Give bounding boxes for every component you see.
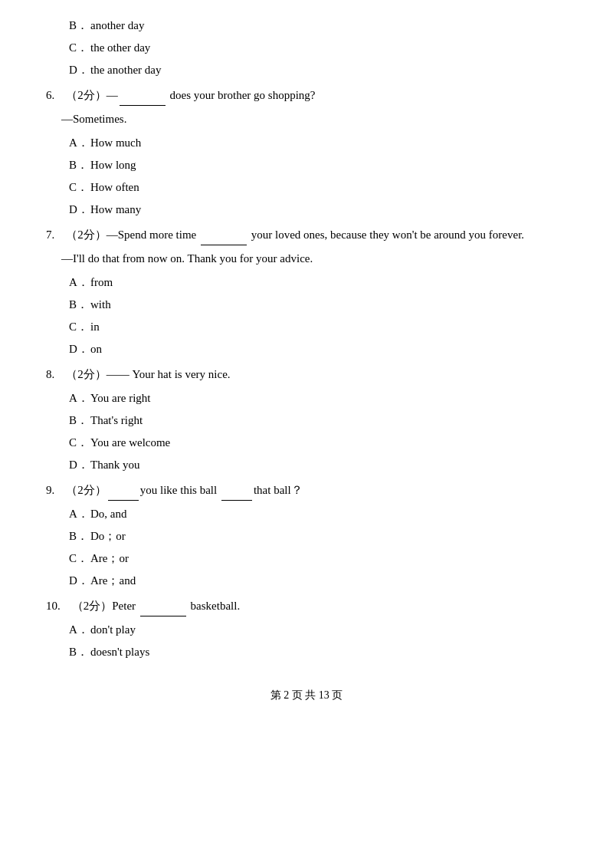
option-letter: D． [69,570,90,591]
q6-blank [120,94,166,106]
page-footer: 第 2 页 共 13 页 [46,686,567,705]
q9-blank2 [221,489,252,501]
q10-stem-text: 10. （2分）Peter basketball. [46,600,240,612]
q8-option-d: D． Thank you [69,455,567,475]
question-10-stem: 10. （2分）Peter basketball. [46,596,567,616]
q8-stem-text: 8. （2分）—— Your hat is very nice. [46,368,231,380]
option-text: the other day [90,38,150,58]
question-6-block: 6. （2分）— does your brother go shopping? … [46,85,567,220]
page-number-text: 第 2 页 共 13 页 [270,689,343,701]
q6-response-text: —Sometimes. [61,113,126,125]
q7-stem-text: 7. （2分）—Spend more time your loved ones,… [46,229,524,241]
question-7-block: 7. （2分）—Spend more time your loved ones,… [46,225,567,360]
q7-blank [201,234,247,245]
option-letter: C． [69,317,90,337]
q7-response-text: —I'll do that from now on. Thank you for… [61,252,313,265]
option-letter: B． [69,155,90,176]
option-letter: D． [69,339,90,360]
option-letter: A． [69,272,90,293]
q6-option-b: B． How long [69,155,567,176]
question-9-stem: 9. （2分）you like this ball that ball？ [46,480,567,501]
option-letter: C． [69,177,90,198]
option-letter: D． [69,60,90,81]
q10-option-a: A． don't play [69,620,567,640]
q9-stem-text: 9. （2分）you like this ball that ball？ [46,484,303,496]
option-text: Do, and [90,504,127,524]
option-d-another: D． the another day [69,60,567,81]
q8-option-c: C． You are welcome [69,432,567,453]
option-letter: B． [69,526,90,547]
option-text: Are；and [90,570,136,591]
q6-number: 6. （2分）— does your brother go shopping? [46,89,315,101]
option-letter: A． [69,504,90,524]
question-7-stem: 7. （2分）—Spend more time your loved ones,… [46,225,567,245]
option-text: You are right [90,388,150,409]
q7-option-b: B． with [69,294,567,315]
option-text: don't play [90,620,136,640]
option-letter: B． [69,642,90,663]
option-letter: A． [69,388,90,409]
option-text: another day [90,15,144,36]
option-text: with [90,294,111,315]
option-letter: C． [69,432,90,453]
question-6-stem: 6. （2分）— does your brother go shopping? [46,85,567,106]
option-text: the another day [90,60,161,81]
option-text: How often [90,177,139,198]
q7-option-c: C． in [69,317,567,337]
option-text: on [90,339,102,360]
q9-option-d: D． Are；and [69,570,567,591]
question-block-bcd: B． another day C． the other day D． the a… [46,15,567,81]
q7-option-a: A． from [69,272,567,293]
q9-option-a: A． Do, and [69,504,567,524]
q10-option-b: B． doesn't plays [69,642,567,663]
option-letter: B． [69,15,90,36]
option-text: That's right [90,410,143,431]
option-letter: D． [69,199,90,220]
option-letter: D． [69,455,90,475]
option-text: from [90,272,113,293]
option-text: How much [90,133,141,153]
option-letter: A． [69,133,90,153]
option-letter: C． [69,38,90,58]
q7-option-d: D． on [69,339,567,360]
q6-option-c: C． How often [69,177,567,198]
q6-response: —Sometimes. [61,109,567,130]
q7-response: —I'll do that from now on. Thank you for… [61,248,567,269]
option-letter: C． [69,548,90,569]
option-text: doesn't plays [90,642,149,663]
question-8-block: 8. （2分）—— Your hat is very nice. A． You … [46,364,567,475]
option-text: Are；or [90,548,129,569]
option-text: You are welcome [90,432,170,453]
option-letter: B． [69,410,90,431]
q8-option-a: A． You are right [69,388,567,409]
q9-blank1 [108,489,139,501]
question-10-block: 10. （2分）Peter basketball. A． don't play … [46,596,567,663]
question-9-block: 9. （2分）you like this ball that ball？ A． … [46,480,567,591]
option-c-other: C． the other day [69,38,567,58]
option-text: How long [90,155,136,176]
option-text: in [90,317,100,337]
option-b-another: B． another day [69,15,567,36]
q6-option-a: A． How much [69,133,567,153]
option-text: Do；or [90,526,126,547]
q8-option-b: B． That's right [69,410,567,431]
q6-option-d: D． How many [69,199,567,220]
option-text: Thank you [90,455,140,475]
q9-option-c: C． Are；or [69,548,567,569]
q9-option-b: B． Do；or [69,526,567,547]
option-letter: B． [69,294,90,315]
q10-blank [140,605,186,616]
option-text: How many [90,199,141,220]
option-letter: A． [69,620,90,640]
question-8-stem: 8. （2分）—— Your hat is very nice. [46,364,567,385]
